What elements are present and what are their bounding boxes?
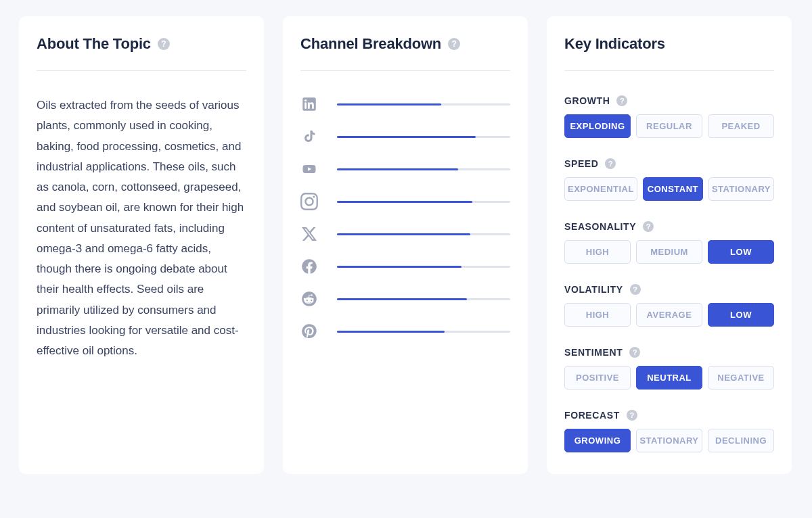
channel-bar-track [337,331,510,333]
help-icon[interactable]: ? [627,410,637,421]
indicator-group-speed: SPEED?EXPONENTIALCONSTANTSTATIONARY [564,158,774,201]
channel-bar-track [337,298,510,300]
channel-row-facebook [300,258,510,275]
pill-regular[interactable]: REGULAR [636,114,702,138]
pill-low[interactable]: LOW [708,240,774,264]
indicator-label-row: SENTIMENT? [564,347,774,358]
indicator-label: SPEED [564,158,598,169]
about-title: About The Topic [37,35,151,53]
pill-exploding[interactable]: EXPLODING [564,114,631,138]
indicator-label-row: VOLATILITY? [564,284,774,295]
indicator-label-row: SEASONALITY? [564,221,774,232]
tiktok-icon [300,128,318,145]
indicators-header: Key Indicators [564,35,774,71]
help-icon[interactable]: ? [448,38,460,50]
pill-positive[interactable]: POSITIVE [564,366,631,390]
pill-constant[interactable]: CONSTANT [643,177,703,201]
channel-bar-fill [337,136,476,138]
key-indicators-card: Key Indicators GROWTH?EXPLODINGREGULARPE… [547,16,792,474]
pill-peaked[interactable]: PEAKED [708,114,774,138]
channel-bar-track [337,136,510,138]
channel-row-linkedin [300,95,510,113]
pill-row: POSITIVENEUTRALNEGATIVE [564,366,774,390]
channel-row-x [300,225,510,243]
indicator-group-sentiment: SENTIMENT?POSITIVENEUTRALNEGATIVE [564,347,774,390]
help-icon[interactable]: ? [630,284,641,295]
pill-stationary[interactable]: STATIONARY [708,177,774,201]
indicators-list: GROWTH?EXPLODINGREGULARPEAKEDSPEED?EXPON… [564,71,774,452]
channel-bar-track [337,201,510,203]
channel-row-reddit [300,290,510,308]
channel-bar-track [337,233,510,235]
channel-bar-track [337,103,510,105]
indicator-label: SENTIMENT [564,347,623,358]
pill-medium[interactable]: MEDIUM [636,240,702,264]
channel-bar-fill [337,233,470,235]
channel-bar-fill [337,298,467,300]
indicators-title: Key Indicators [564,35,665,53]
pinterest-icon [300,323,318,340]
indicator-label: VOLATILITY [564,284,623,295]
channel-header: Channel Breakdown ? [300,35,510,71]
x-icon [300,225,318,243]
channel-bar-fill [337,201,472,203]
help-icon[interactable]: ? [629,347,640,358]
indicator-label-row: GROWTH? [564,95,774,106]
linkedin-icon [300,95,318,113]
pill-high[interactable]: HIGH [564,303,631,327]
pill-growing[interactable]: GROWING [564,429,631,452]
indicator-group-forecast: FORECAST?GROWINGSTATIONARYDECLINING [564,410,774,452]
indicator-label: SEASONALITY [564,221,636,232]
indicator-group-seasonality: SEASONALITY?HIGHMEDIUMLOW [564,221,774,264]
channel-row-youtube [300,160,510,178]
pill-declining[interactable]: DECLINING [708,429,774,452]
help-icon[interactable]: ? [616,95,627,106]
about-header: About The Topic ? [37,35,246,71]
indicator-group-growth: GROWTH?EXPLODINGREGULARPEAKED [564,95,774,138]
pill-row: GROWINGSTATIONARYDECLINING [564,429,774,452]
pill-exponential[interactable]: EXPONENTIAL [564,177,637,201]
indicator-label-row: FORECAST? [564,410,774,421]
channel-breakdown-card: Channel Breakdown ? [283,16,528,474]
channel-row-instagram [300,193,510,210]
instagram-icon [300,193,318,210]
channel-row-tiktok [300,128,510,145]
pill-low[interactable]: LOW [708,303,774,327]
indicator-label: GROWTH [564,95,610,106]
facebook-icon [300,258,318,275]
pill-average[interactable]: AVERAGE [636,303,702,327]
help-icon[interactable]: ? [158,38,170,50]
pill-neutral[interactable]: NEUTRAL [636,366,702,390]
channel-bar-fill [337,266,461,268]
channel-list [300,71,510,340]
channel-bar-fill [337,168,458,170]
channel-bar-track [337,168,510,170]
indicator-label: FORECAST [564,410,620,421]
pill-row: EXPLODINGREGULARPEAKED [564,114,774,138]
channel-bar-fill [337,103,441,105]
pill-row: HIGHMEDIUMLOW [564,240,774,264]
reddit-icon [300,290,318,308]
channel-title: Channel Breakdown [300,35,441,53]
pill-high[interactable]: HIGH [564,240,631,264]
about-body: Oils extracted from the seeds of various… [37,71,246,361]
help-icon[interactable]: ? [605,158,616,169]
channel-bar-fill [337,331,445,333]
channel-bar-track [337,266,510,268]
channel-row-pinterest [300,323,510,340]
youtube-icon [300,160,318,178]
about-card: About The Topic ? Oils extracted from th… [19,16,264,474]
indicator-group-volatility: VOLATILITY?HIGHAVERAGELOW [564,284,774,327]
pill-negative[interactable]: NEGATIVE [708,366,774,390]
pill-row: EXPONENTIALCONSTANTSTATIONARY [564,177,774,201]
pill-row: HIGHAVERAGELOW [564,303,774,327]
help-icon[interactable]: ? [643,221,654,232]
pill-stationary[interactable]: STATIONARY [636,429,702,452]
indicator-label-row: SPEED? [564,158,774,169]
